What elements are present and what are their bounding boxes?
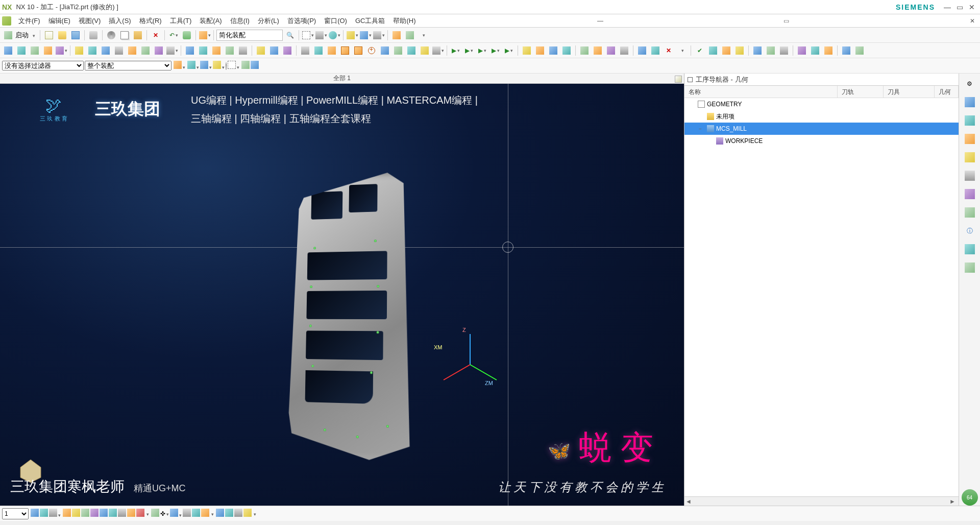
menu-help[interactable]: 帮助(H) xyxy=(389,15,420,27)
cam-btn-36[interactable] xyxy=(720,44,732,57)
sb-btn-22[interactable] xyxy=(225,509,233,518)
sb-btn-7[interactable] xyxy=(90,509,99,518)
sb-btn-23[interactable] xyxy=(234,509,242,518)
selection-scope-dropdown[interactable]: 整个装配 xyxy=(85,61,172,70)
create-program-button[interactable] xyxy=(2,44,14,57)
doc-restore-button[interactable]: ▭ xyxy=(780,16,792,26)
cam-btn-22[interactable] xyxy=(521,44,533,57)
sb-btn-20[interactable] xyxy=(210,510,214,517)
doc-minimize-button[interactable]: — xyxy=(595,16,606,26)
tree-toggle-icon[interactable]: − xyxy=(699,126,705,132)
cam-btn-20[interactable] xyxy=(419,44,431,57)
minimize-button[interactable]: — xyxy=(941,2,953,12)
cam-btn-7[interactable] xyxy=(237,44,249,57)
cam-btn-32[interactable]: ✕ xyxy=(663,44,675,57)
cam-btn-26[interactable] xyxy=(578,44,591,57)
list-toolpath-button[interactable] xyxy=(139,44,152,57)
menu-edit[interactable]: 编辑(E) xyxy=(44,15,75,27)
res-assembly-navigator-icon[interactable] xyxy=(962,112,978,129)
cam-btn-37[interactable] xyxy=(733,44,746,57)
menu-view[interactable]: 视图(V) xyxy=(75,15,105,27)
sb-btn-5[interactable] xyxy=(72,509,80,518)
menu-preferences[interactable]: 首选项(P) xyxy=(283,15,320,27)
navigator-collapse-icon[interactable] xyxy=(688,77,693,82)
cam-btn-19[interactable] xyxy=(405,44,418,57)
scroll-left-icon[interactable]: ◄ xyxy=(685,498,694,505)
cam-btn-23[interactable] xyxy=(534,44,546,57)
grid-button[interactable] xyxy=(373,29,385,41)
sel-btn-8[interactable] xyxy=(251,61,259,70)
cam-btn-41[interactable] xyxy=(796,44,808,57)
cam-btn-38[interactable] xyxy=(751,44,764,57)
cam-btn-27[interactable] xyxy=(592,44,604,57)
menu-analysis[interactable]: 分析(L) xyxy=(254,15,283,27)
cam-btn-43[interactable] xyxy=(822,44,835,57)
res-constraint-navigator-icon[interactable] xyxy=(962,131,978,147)
col-tool[interactable]: 刀具 xyxy=(884,86,935,98)
tree-row--[interactable]: 未用项 xyxy=(684,110,959,123)
sb-btn-25[interactable] xyxy=(253,510,256,517)
cam-btn-8[interactable] xyxy=(255,44,267,57)
res-history-icon[interactable] xyxy=(962,241,978,257)
print-button[interactable] xyxy=(87,29,100,41)
create-method-button[interactable] xyxy=(42,44,54,57)
sel-btn-7[interactable] xyxy=(241,61,250,70)
sb-btn-11[interactable] xyxy=(127,509,135,518)
create-operation-button[interactable] xyxy=(55,44,67,57)
res-settings-icon[interactable]: ⚙ xyxy=(962,76,978,92)
res-operation-navigator-icon[interactable] xyxy=(962,149,978,165)
sel-btn-2[interactable] xyxy=(187,61,199,70)
analysis-button[interactable] xyxy=(404,29,416,41)
command-search-input[interactable] xyxy=(216,30,283,41)
sb-btn-14[interactable] xyxy=(151,509,159,518)
sel-btn-3[interactable] xyxy=(200,61,212,70)
res-machine-tool-navigator-icon[interactable] xyxy=(962,168,978,184)
measure-button[interactable] xyxy=(390,29,403,41)
view-tab[interactable]: 全部 1 xyxy=(0,74,684,84)
paste-button[interactable] xyxy=(132,29,144,41)
sb-btn-17[interactable] xyxy=(183,509,191,518)
sheet-selector[interactable]: 1 xyxy=(2,508,29,519)
menu-assembly[interactable]: 装配(A) xyxy=(195,15,226,27)
tree-row-mcs-mill[interactable]: −MCS_MILL xyxy=(684,123,959,135)
simulate-button[interactable] xyxy=(100,44,112,57)
render-style-button[interactable] xyxy=(315,29,327,41)
copy-button[interactable] xyxy=(118,29,131,41)
res-hd3d-icon[interactable] xyxy=(962,204,978,221)
col-geometry[interactable]: 几何 xyxy=(935,86,959,98)
tree-row-geometry[interactable]: GEOMETRY xyxy=(684,98,959,110)
menu-format[interactable]: 格式(R) xyxy=(135,15,166,27)
sel-btn-1[interactable] xyxy=(174,61,185,70)
command-finder-button[interactable] xyxy=(199,29,211,41)
play-btn-2[interactable]: ▶ xyxy=(463,44,475,57)
sb-btn-18[interactable] xyxy=(192,509,200,518)
cam-btn-25[interactable] xyxy=(560,44,573,57)
cam-btn-3[interactable] xyxy=(184,44,196,57)
play-btn-3[interactable]: ▶ xyxy=(476,44,488,57)
cam-btn-13[interactable] xyxy=(326,44,338,57)
sb-btn-16[interactable] xyxy=(170,509,182,518)
sel-btn-5[interactable] xyxy=(226,62,227,69)
cam-btn-31[interactable] xyxy=(649,44,662,57)
generate-toolpath-button[interactable] xyxy=(73,44,85,57)
shade-button[interactable] xyxy=(328,29,340,41)
menu-insert[interactable]: 插入(S) xyxy=(105,15,135,27)
cam-btn-14[interactable] xyxy=(339,44,351,57)
cam-btn-9[interactable] xyxy=(268,44,280,57)
cam-btn-6[interactable] xyxy=(224,44,236,57)
sb-btn-8[interactable] xyxy=(100,509,108,518)
sb-btn-12[interactable] xyxy=(136,509,144,518)
sb-btn-4[interactable] xyxy=(63,509,71,518)
create-geometry-button[interactable] xyxy=(29,44,41,57)
maximize-button[interactable]: ▭ xyxy=(953,2,966,12)
sb-btn-15[interactable]: ✜ xyxy=(160,510,169,517)
save-button[interactable] xyxy=(69,29,82,41)
cam-btn-1[interactable] xyxy=(153,44,165,57)
sb-btn-1[interactable] xyxy=(31,509,39,518)
cam-btn-28[interactable] xyxy=(605,44,617,57)
cam-btn-29[interactable] xyxy=(618,44,630,57)
cam-btn-33[interactable] xyxy=(676,44,688,57)
play-btn-1[interactable]: ▶ xyxy=(450,44,462,57)
menu-file[interactable]: 文件(F) xyxy=(14,15,44,27)
sb-btn-9[interactable] xyxy=(109,509,117,518)
